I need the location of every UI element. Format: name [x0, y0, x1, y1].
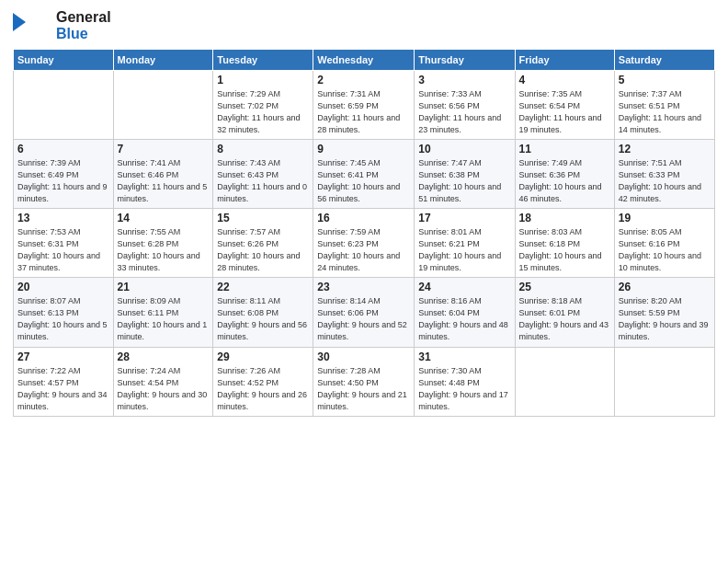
day-info: Sunrise: 7:29 AMSunset: 7:02 PMDaylight:… — [217, 88, 309, 136]
day-number: 17 — [418, 212, 510, 224]
calendar-cell — [614, 347, 714, 416]
day-number: 27 — [17, 350, 109, 363]
calendar-cell: 25Sunrise: 8:18 AMSunset: 6:01 PMDayligh… — [515, 278, 614, 347]
day-info: Sunrise: 8:16 AMSunset: 6:04 PMDaylight:… — [418, 295, 510, 343]
calendar-cell: 23Sunrise: 8:14 AMSunset: 6:06 PMDayligh… — [313, 278, 415, 347]
day-number: 31 — [418, 350, 510, 363]
day-info: Sunrise: 8:11 AMSunset: 6:08 PMDaylight:… — [217, 295, 309, 343]
day-info: Sunrise: 8:20 AMSunset: 5:59 PMDaylight:… — [619, 295, 711, 343]
day-number: 30 — [317, 350, 410, 363]
day-number: 12 — [619, 143, 711, 155]
day-number: 3 — [418, 74, 510, 86]
logo-text: General Blue — [56, 9, 111, 43]
calendar-cell: 16Sunrise: 7:59 AMSunset: 6:23 PMDayligh… — [313, 209, 415, 278]
day-info: Sunrise: 7:22 AMSunset: 4:57 PMDaylight:… — [17, 365, 109, 413]
day-info: Sunrise: 7:31 AMSunset: 6:59 PMDaylight:… — [317, 88, 410, 136]
day-info: Sunrise: 7:24 AMSunset: 4:54 PMDaylight:… — [118, 365, 210, 413]
day-info: Sunrise: 7:41 AMSunset: 6:46 PMDaylight:… — [118, 157, 210, 205]
week-row-5: 27Sunrise: 7:22 AMSunset: 4:57 PMDayligh… — [14, 347, 715, 416]
day-info: Sunrise: 7:43 AMSunset: 6:43 PMDaylight:… — [217, 157, 309, 205]
weekday-header-monday: Monday — [113, 49, 213, 70]
weekday-header-wednesday: Wednesday — [313, 49, 415, 70]
logo: General Blue — [13, 9, 111, 43]
day-info: Sunrise: 7:26 AMSunset: 4:52 PMDaylight:… — [217, 365, 309, 413]
day-number: 10 — [418, 143, 510, 155]
day-number: 19 — [619, 212, 711, 224]
calendar-cell: 17Sunrise: 8:01 AMSunset: 6:21 PMDayligh… — [415, 209, 515, 278]
day-number: 15 — [217, 212, 309, 224]
day-info: Sunrise: 7:47 AMSunset: 6:38 PMDaylight:… — [418, 157, 510, 205]
logo-icon — [30, 9, 56, 35]
weekday-header-row: SundayMondayTuesdayWednesdayThursdayFrid… — [14, 49, 715, 70]
calendar-cell: 18Sunrise: 8:03 AMSunset: 6:18 PMDayligh… — [515, 209, 614, 278]
day-number: 23 — [317, 281, 410, 293]
day-info: Sunrise: 7:33 AMSunset: 6:56 PMDaylight:… — [418, 88, 510, 136]
day-info: Sunrise: 7:39 AMSunset: 6:49 PMDaylight:… — [17, 157, 109, 205]
calendar-cell — [515, 347, 614, 416]
day-number: 20 — [17, 281, 109, 293]
weekday-header-sunday: Sunday — [14, 49, 114, 70]
day-info: Sunrise: 8:18 AMSunset: 6:01 PMDaylight:… — [519, 295, 610, 343]
calendar-cell: 29Sunrise: 7:26 AMSunset: 4:52 PMDayligh… — [213, 347, 313, 416]
page: General Blue SundayMondayTuesdayWednesda… — [0, 0, 728, 563]
header: General Blue — [13, 9, 715, 43]
calendar-cell: 20Sunrise: 8:07 AMSunset: 6:13 PMDayligh… — [14, 278, 114, 347]
day-number: 11 — [519, 143, 610, 155]
calendar-cell: 11Sunrise: 7:49 AMSunset: 6:36 PMDayligh… — [515, 139, 614, 208]
calendar-table: SundayMondayTuesdayWednesdayThursdayFrid… — [13, 49, 715, 417]
calendar-cell — [113, 70, 213, 139]
day-info: Sunrise: 7:45 AMSunset: 6:41 PMDaylight:… — [317, 157, 410, 205]
day-info: Sunrise: 7:37 AMSunset: 6:51 PMDaylight:… — [619, 88, 711, 136]
calendar-cell: 31Sunrise: 7:30 AMSunset: 4:48 PMDayligh… — [415, 347, 515, 416]
calendar-cell: 13Sunrise: 7:53 AMSunset: 6:31 PMDayligh… — [14, 209, 114, 278]
day-info: Sunrise: 7:49 AMSunset: 6:36 PMDaylight:… — [519, 157, 610, 205]
day-info: Sunrise: 8:09 AMSunset: 6:11 PMDaylight:… — [118, 295, 210, 343]
day-info: Sunrise: 7:30 AMSunset: 4:48 PMDaylight:… — [418, 365, 510, 413]
calendar-cell: 1Sunrise: 7:29 AMSunset: 7:02 PMDaylight… — [213, 70, 313, 139]
day-number: 29 — [217, 350, 309, 363]
day-info: Sunrise: 8:05 AMSunset: 6:16 PMDaylight:… — [619, 226, 711, 274]
week-row-1: 1Sunrise: 7:29 AMSunset: 7:02 PMDaylight… — [14, 70, 715, 139]
day-number: 26 — [619, 281, 711, 293]
day-info: Sunrise: 8:01 AMSunset: 6:21 PMDaylight:… — [418, 226, 510, 274]
day-info: Sunrise: 7:55 AMSunset: 6:28 PMDaylight:… — [118, 226, 210, 274]
day-number: 4 — [519, 74, 610, 86]
calendar-cell: 3Sunrise: 7:33 AMSunset: 6:56 PMDaylight… — [415, 70, 515, 139]
calendar-cell: 22Sunrise: 8:11 AMSunset: 6:08 PMDayligh… — [213, 278, 313, 347]
calendar-cell: 21Sunrise: 8:09 AMSunset: 6:11 PMDayligh… — [113, 278, 213, 347]
day-number: 22 — [217, 281, 309, 293]
day-number: 14 — [118, 212, 210, 224]
week-row-3: 13Sunrise: 7:53 AMSunset: 6:31 PMDayligh… — [14, 209, 715, 278]
day-number: 21 — [118, 281, 210, 293]
calendar-cell: 14Sunrise: 7:55 AMSunset: 6:28 PMDayligh… — [113, 209, 213, 278]
day-number: 16 — [317, 212, 410, 224]
day-info: Sunrise: 7:59 AMSunset: 6:23 PMDaylight:… — [317, 226, 410, 274]
week-row-2: 6Sunrise: 7:39 AMSunset: 6:49 PMDaylight… — [14, 139, 715, 208]
weekday-header-thursday: Thursday — [415, 49, 515, 70]
day-number: 7 — [118, 143, 210, 155]
calendar-cell: 19Sunrise: 8:05 AMSunset: 6:16 PMDayligh… — [614, 209, 714, 278]
calendar-cell: 12Sunrise: 7:51 AMSunset: 6:33 PMDayligh… — [614, 139, 714, 208]
weekday-header-friday: Friday — [515, 49, 614, 70]
weekday-header-tuesday: Tuesday — [213, 49, 313, 70]
day-number: 2 — [317, 74, 410, 86]
day-number: 18 — [519, 212, 610, 224]
calendar-cell: 27Sunrise: 7:22 AMSunset: 4:57 PMDayligh… — [14, 347, 114, 416]
day-info: Sunrise: 8:14 AMSunset: 6:06 PMDaylight:… — [317, 295, 410, 343]
day-info: Sunrise: 7:35 AMSunset: 6:54 PMDaylight:… — [519, 88, 610, 136]
calendar-cell: 4Sunrise: 7:35 AMSunset: 6:54 PMDaylight… — [515, 70, 614, 139]
day-info: Sunrise: 8:07 AMSunset: 6:13 PMDaylight:… — [17, 295, 109, 343]
day-info: Sunrise: 7:51 AMSunset: 6:33 PMDaylight:… — [619, 157, 711, 205]
calendar-cell: 28Sunrise: 7:24 AMSunset: 4:54 PMDayligh… — [113, 347, 213, 416]
day-info: Sunrise: 7:28 AMSunset: 4:50 PMDaylight:… — [317, 365, 410, 413]
calendar-cell: 26Sunrise: 8:20 AMSunset: 5:59 PMDayligh… — [614, 278, 714, 347]
day-number: 9 — [317, 143, 410, 155]
day-number: 25 — [519, 281, 610, 293]
calendar-cell: 8Sunrise: 7:43 AMSunset: 6:43 PMDaylight… — [213, 139, 313, 208]
calendar-cell: 6Sunrise: 7:39 AMSunset: 6:49 PMDaylight… — [14, 139, 114, 208]
calendar-cell: 24Sunrise: 8:16 AMSunset: 6:04 PMDayligh… — [415, 278, 515, 347]
day-info: Sunrise: 7:57 AMSunset: 6:26 PMDaylight:… — [217, 226, 309, 274]
calendar-cell: 30Sunrise: 7:28 AMSunset: 4:50 PMDayligh… — [313, 347, 415, 416]
day-number: 13 — [17, 212, 109, 224]
day-number: 24 — [418, 281, 510, 293]
